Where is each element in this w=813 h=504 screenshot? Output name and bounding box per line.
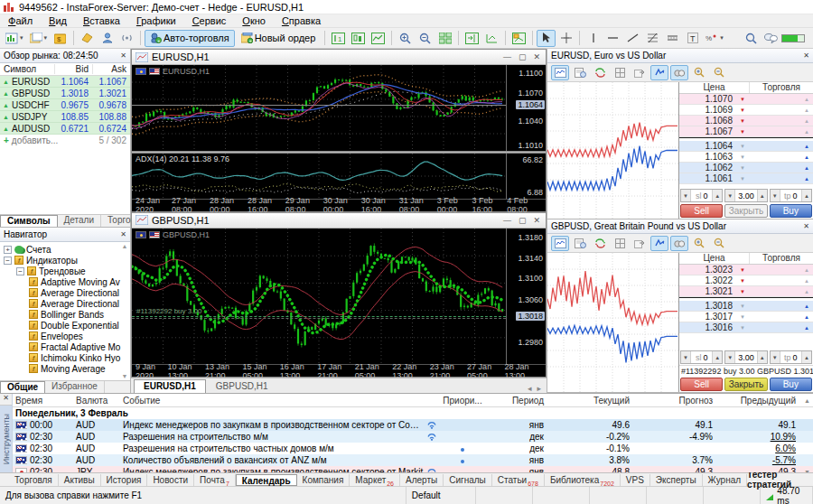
- status-connection[interactable]: 48.70 ms: [761, 487, 813, 504]
- col-priority[interactable]: Приори...: [426, 396, 499, 406]
- zoom-out-button[interactable]: [416, 30, 435, 47]
- gbpusd-price-scale[interactable]: 1.3180 1.3140 1.3100 1.3060 1.2980 1.301…: [506, 229, 546, 365]
- sl-value[interactable]: 0: [703, 353, 707, 362]
- close-icon[interactable]: ✕: [803, 51, 809, 60]
- ask-row[interactable]: 1.1068▼▲: [679, 116, 813, 126]
- tree-scrollbar[interactable]: ▲▼: [120, 243, 129, 379]
- scroll-up-icon[interactable]: ▲: [122, 243, 128, 249]
- close-icon[interactable]: ✕: [533, 52, 540, 61]
- tree-item-trend[interactable]: −fТрендовые: [0, 266, 130, 276]
- increment-icon[interactable]: ▲: [801, 190, 811, 201]
- tree-item-indicator[interactable]: fBollinger Bands: [0, 309, 130, 320]
- volume-value[interactable]: 3.00: [738, 353, 754, 362]
- navigator-button[interactable]: [98, 30, 117, 47]
- tab-details[interactable]: Детали: [58, 215, 101, 227]
- down-chevron-icon[interactable]: ▼: [735, 325, 750, 331]
- volume-stepper[interactable]: ▼3.00▲: [724, 350, 767, 364]
- tick-chart-button[interactable]: [551, 236, 569, 251]
- tab-history[interactable]: История: [101, 474, 148, 486]
- col-ask[interactable]: Ask: [92, 64, 130, 74]
- profiles-button[interactable]: ▾: [27, 30, 51, 47]
- zoom-in-button[interactable]: [396, 30, 415, 47]
- tree-item-indicator[interactable]: fIchimoku Kinko Hyo: [0, 352, 130, 363]
- down-chevron-icon[interactable]: ▼: [735, 144, 750, 149]
- down-chevron-icon[interactable]: ▼: [735, 176, 750, 182]
- symbol-row[interactable]: ▲GBPUSD 1.3018 1.3021: [0, 88, 130, 99]
- bid-row[interactable]: 1.3018▼▲: [679, 301, 813, 312]
- line-chart-button[interactable]: [369, 30, 388, 47]
- down-chevron-icon[interactable]: ▼: [735, 303, 750, 309]
- tab-trade[interactable]: Торговля: [9, 474, 59, 486]
- symbol-row[interactable]: ▲USDCHF 0.9675 0.9678: [0, 99, 130, 111]
- close-icon[interactable]: ✕: [533, 216, 540, 225]
- dom-zoom-out-button[interactable]: [710, 65, 728, 80]
- search-button[interactable]: [742, 30, 761, 47]
- tab-calendar[interactable]: Календарь: [236, 474, 297, 486]
- decrement-icon[interactable]: ▼: [681, 351, 691, 363]
- tab-articles[interactable]: Статьи678: [492, 474, 545, 486]
- decrement-icon[interactable]: ▼: [681, 190, 691, 201]
- eurusd-time-axis[interactable]: 24 Jan 202027 Jan 08:0028 Jan 00:0028 Ja…: [132, 199, 546, 211]
- volume-value[interactable]: 3.00: [738, 191, 754, 201]
- scroll-down-icon[interactable]: ▼: [122, 373, 128, 379]
- ask-row[interactable]: 1.3022▼▲: [679, 275, 813, 286]
- tab-favorites[interactable]: Избранное: [45, 381, 105, 393]
- calendar-event-row[interactable]: 02:30 AUD Разрешения на строительство м/…: [13, 431, 813, 443]
- tab-mail[interactable]: Почта7: [194, 474, 236, 486]
- tab-assets[interactable]: Активы: [59, 474, 101, 486]
- collapse-icon[interactable]: −: [4, 257, 12, 265]
- bid-row[interactable]: 1.1062▼▲: [679, 163, 813, 173]
- add-symbol-row[interactable]: + добавить... 5 / 302: [0, 135, 130, 146]
- sl-stepper[interactable]: ▼sl0▲: [680, 350, 723, 364]
- toolbox-vertical-title[interactable]: Инструменты: [0, 406, 12, 472]
- adx-plot[interactable]: ADX(14) 20.21 11.38 9.76: [132, 154, 506, 199]
- volumes-button[interactable]: [670, 236, 688, 251]
- close-icon[interactable]: ✕: [0, 394, 12, 406]
- trendline-button[interactable]: [623, 30, 642, 47]
- col-previous[interactable]: Предыдущий: [720, 396, 801, 406]
- close-position-button[interactable]: Закрыть: [724, 378, 767, 391]
- chart-tab-eurusd[interactable]: EURUSD,H1: [134, 379, 206, 393]
- crosshair-button[interactable]: [556, 30, 575, 47]
- buy-chevron-icon[interactable]: ▲: [800, 144, 813, 149]
- sl-stepper[interactable]: ▼sl0▲: [680, 189, 723, 202]
- sell-chevron-icon[interactable]: ▼: [735, 97, 750, 102]
- col-symbol[interactable]: Символ: [0, 64, 54, 74]
- eurusd-plot[interactable]: EURUSD,H1: [132, 65, 506, 151]
- symbol-row[interactable]: ▲EURUSD 1.1064 1.1067: [0, 76, 130, 88]
- sell-chevron-icon[interactable]: ▼: [735, 289, 750, 294]
- increment-icon[interactable]: ▲: [712, 190, 722, 201]
- tp-value[interactable]: 0: [793, 191, 798, 201]
- menu-view[interactable]: Вид: [41, 15, 75, 26]
- gbpusd-window-titlebar[interactable]: GBPUSD,H1 —▢✕: [132, 213, 546, 229]
- sell-chevron-icon[interactable]: ▼: [735, 107, 750, 113]
- sell-chevron-icon[interactable]: ▼: [735, 118, 750, 124]
- one-click-button[interactable]: [650, 236, 668, 251]
- chart-tab-gbpusd[interactable]: GBPUSD,H1: [206, 379, 278, 393]
- tree-item-indicator[interactable]: fMoving Average: [0, 363, 130, 374]
- tree-item-accounts[interactable]: +Счета: [0, 244, 130, 255]
- tp-stepper[interactable]: ▼tp0▲: [770, 189, 812, 202]
- tab-common[interactable]: Общие: [0, 381, 45, 393]
- decrement-icon[interactable]: ▼: [771, 351, 780, 363]
- dom-zoom-in-button[interactable]: [690, 65, 708, 80]
- sell-button[interactable]: Sell: [680, 204, 723, 218]
- symbol-row[interactable]: ▲USDJPY 108.85 108.88: [0, 111, 130, 123]
- close-icon[interactable]: ✕: [120, 230, 126, 238]
- signal-button[interactable]: [117, 30, 136, 47]
- bid-row[interactable]: 1.1063▼▲: [679, 152, 813, 163]
- up-chevron-icon[interactable]: ▲: [800, 278, 813, 284]
- bid-row[interactable]: 1.1064▼▲: [679, 141, 813, 152]
- tab-company[interactable]: Компания: [297, 474, 350, 486]
- up-chevron-icon[interactable]: ▲: [800, 267, 813, 273]
- calendar-event-row[interactable]: 02:30 AUD Разрешения на строительство ча…: [13, 443, 813, 454]
- columns-button[interactable]: [611, 65, 629, 80]
- up-chevron-icon[interactable]: ▲: [800, 97, 813, 102]
- up-chevron-icon[interactable]: ▲: [800, 118, 813, 124]
- tab-experts[interactable]: Эксперты: [650, 474, 703, 486]
- buy-chevron-icon[interactable]: ▲: [800, 314, 813, 320]
- up-chevron-icon[interactable]: ▲: [800, 129, 813, 135]
- down-chevron-icon[interactable]: ▼: [735, 314, 750, 320]
- tick-chart-button[interactable]: [551, 65, 569, 80]
- sell-chevron-icon[interactable]: ▼: [735, 278, 750, 284]
